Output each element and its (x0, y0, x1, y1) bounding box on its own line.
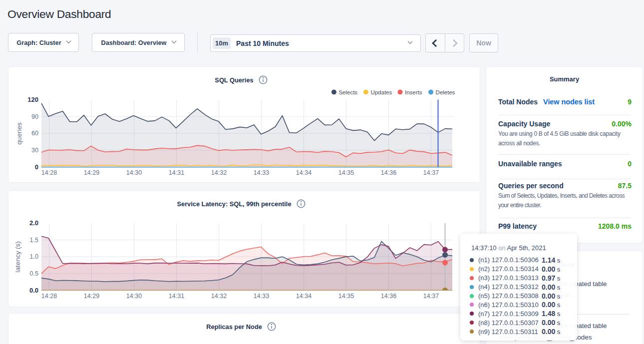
svg-text:0: 0 (35, 163, 38, 171)
svg-text:14:34: 14:34 (296, 293, 312, 300)
svg-text:14:32: 14:32 (211, 293, 227, 300)
svg-text:Updates: Updates (370, 89, 392, 95)
svg-text:14:33: 14:33 (254, 293, 269, 300)
svg-text:1.0: 1.0 (30, 253, 38, 260)
svg-text:14:32: 14:32 (211, 169, 227, 176)
svg-text:14:29: 14:29 (84, 293, 99, 300)
svg-text:120: 120 (27, 96, 38, 103)
svg-text:Deletes: Deletes (436, 89, 455, 95)
svg-text:Selects: Selects (338, 89, 357, 95)
svg-text:14:29: 14:29 (84, 169, 99, 176)
svg-text:14:33: 14:33 (254, 169, 269, 176)
svg-text:0.0: 0.0 (29, 287, 38, 294)
svg-text:14:36: 14:36 (381, 293, 396, 300)
svg-text:14:37: 14:37 (423, 293, 439, 300)
svg-text:60: 60 (31, 130, 38, 137)
svg-text:90: 90 (31, 113, 38, 120)
svg-text:14:35: 14:35 (338, 293, 354, 300)
svg-text:14:31: 14:31 (169, 293, 184, 300)
svg-text:14:34: 14:34 (296, 169, 312, 176)
svg-text:14:37: 14:37 (423, 169, 439, 176)
svg-text:14:35: 14:35 (338, 169, 354, 176)
svg-text:0.5: 0.5 (30, 270, 38, 277)
svg-text:1.5: 1.5 (30, 237, 38, 244)
svg-text:14:36: 14:36 (381, 169, 396, 176)
svg-text:14:28: 14:28 (41, 169, 57, 176)
svg-text:14:30: 14:30 (126, 169, 142, 176)
svg-text:14:30: 14:30 (126, 293, 142, 300)
svg-text:14:31: 14:31 (169, 169, 184, 176)
svg-text:Inserts: Inserts (405, 89, 422, 95)
svg-text:2.0: 2.0 (29, 219, 38, 227)
svg-text:30: 30 (31, 147, 38, 154)
svg-text:14:28: 14:28 (41, 293, 57, 300)
